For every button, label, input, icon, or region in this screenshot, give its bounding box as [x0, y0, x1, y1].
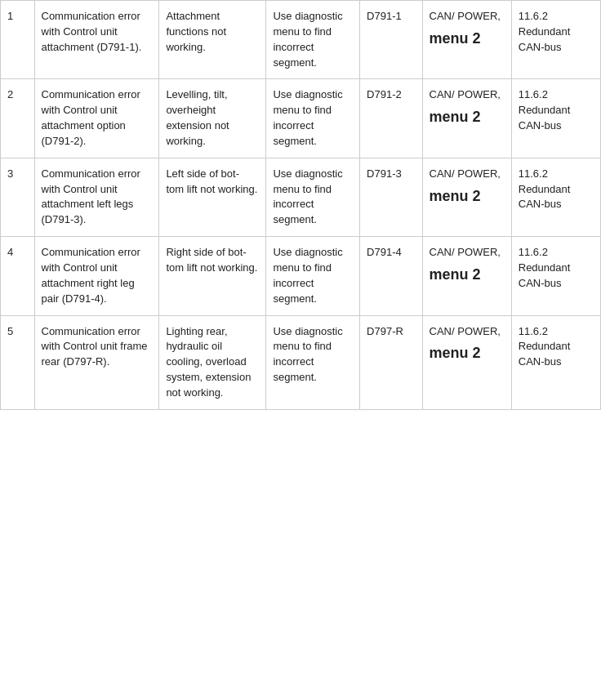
- row-fault: Communication error with Control unit at…: [34, 158, 159, 236]
- row-dtc: D797-R: [360, 315, 422, 409]
- row-functions: Attachment functions not working.: [159, 1, 266, 79]
- row-section: 11.6.2 Redundant CAN-bus: [511, 158, 600, 236]
- row-dtc: D791-2: [360, 79, 422, 158]
- row-menu: menu 2: [430, 106, 505, 127]
- row-num: 4: [1, 237, 35, 315]
- row-action: Use diagnostic menu to find incorrect se…: [266, 158, 360, 236]
- row-dtc: D791-1: [360, 1, 422, 79]
- row-num: 5: [1, 315, 35, 409]
- row-fault: Communication error with Control unit fr…: [34, 315, 159, 409]
- table-row: 5 Communication error with Control unit …: [1, 315, 601, 409]
- table-row: 4 Communication error with Control unit …: [1, 237, 601, 315]
- row-dtc: D791-3: [360, 158, 422, 236]
- row-menu: menu 2: [430, 28, 505, 49]
- row-check: CAN/ POWER, menu 2: [422, 237, 511, 315]
- row-menu: menu 2: [430, 185, 505, 207]
- row-fault: Communication error with Control unit at…: [34, 1, 159, 79]
- fault-table: 1 Communication error with Control unit …: [0, 0, 601, 410]
- row-functions: Left side of bot- tom lift not working.: [159, 158, 266, 236]
- row-section: 11.6.2 Redundant CAN-bus: [511, 315, 600, 409]
- row-fault: Communication error with Control unit at…: [34, 79, 159, 158]
- row-num: 3: [1, 158, 35, 236]
- row-fault: Communication error with Control unit at…: [34, 237, 159, 315]
- row-functions: Lighting rear, hydraulic oil cooling, ov…: [159, 315, 266, 409]
- row-menu: menu 2: [430, 342, 505, 363]
- table-row: 2 Communication error with Control unit …: [1, 79, 601, 158]
- row-section: 11.6.2 Redundant CAN-bus: [511, 1, 600, 79]
- table-row: 1 Communication error with Control unit …: [1, 1, 601, 79]
- row-check: CAN/ POWER, menu 2: [422, 79, 511, 158]
- row-num: 1: [1, 1, 35, 79]
- row-action: Use diagnostic menu to find incorrect se…: [266, 1, 360, 79]
- table-row: 3 Communication error with Control unit …: [1, 158, 601, 236]
- row-functions: Right side of bot- tom lift not working.: [159, 237, 266, 315]
- row-section: 11.6.2 Redundant CAN-bus: [511, 237, 600, 315]
- row-action: Use diagnostic menu to find incorrect se…: [266, 315, 360, 409]
- row-check: CAN/ POWER, menu 2: [422, 1, 511, 79]
- row-menu: menu 2: [430, 264, 505, 285]
- row-num: 2: [1, 79, 35, 158]
- row-check: CAN/ POWER, menu 2: [422, 158, 511, 236]
- row-action: Use diagnostic menu to find incorrect se…: [266, 237, 360, 315]
- row-check: CAN/ POWER, menu 2: [422, 315, 511, 409]
- row-action: Use diagnostic menu to find incorrect se…: [266, 79, 360, 158]
- row-section: 11.6.2 Redundant CAN-bus: [511, 79, 600, 158]
- row-dtc: D791-4: [360, 237, 422, 315]
- row-functions: Levelling, tilt, overheight extension no…: [159, 79, 266, 158]
